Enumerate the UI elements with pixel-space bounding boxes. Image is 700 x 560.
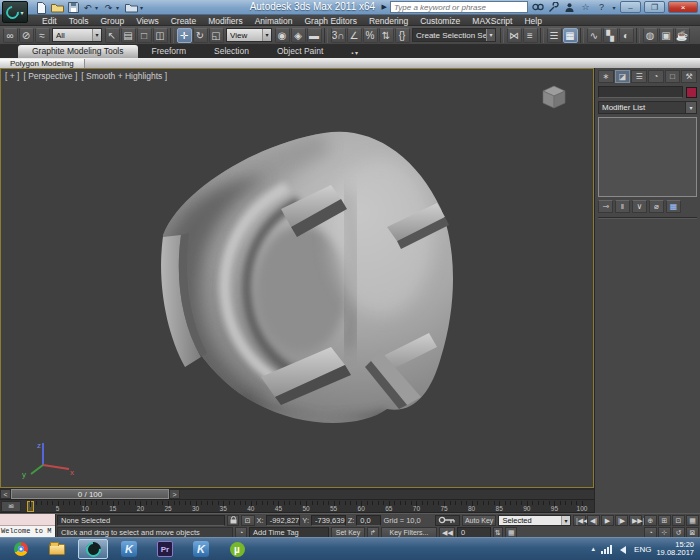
unlink-selection[interactable]: ⊘ [19,28,34,43]
edit-named-selection-sets[interactable]: {} [395,28,410,43]
play-button[interactable]: ▶ [601,515,614,526]
z-coordinate-field[interactable]: 0,0 [356,515,381,526]
language-indicator[interactable]: ENG [634,545,651,554]
graphite-modeling-tools-toggle[interactable]: ▦ [563,28,578,43]
chrome-taskbar-icon[interactable] [6,539,36,559]
configure-modifier-sets-button[interactable]: ▦ [666,200,681,213]
motion-tab[interactable]: ◔ [648,70,664,83]
select-object[interactable]: ↖ [105,28,120,43]
maxscript-mini-listener[interactable]: Welcome to M [0,514,56,538]
help-caret-icon[interactable]: ▾ [611,1,617,13]
remove-modifier-button[interactable]: ⌀ [649,200,664,213]
utilities-tab[interactable]: ⚒ [681,70,697,83]
curve-editor[interactable]: ∿ [587,28,602,43]
time-slider-handle[interactable]: 0 / 100 [11,489,169,499]
time-slider-next-arrow[interactable]: > [169,489,180,499]
menu-maxscript[interactable]: MAXScript [466,16,518,26]
open-file-icon[interactable] [50,1,64,14]
angle-snap-toggle[interactable]: ∠ [347,28,362,43]
menu-edit[interactable]: Edit [36,16,63,26]
use-pivot-point-center[interactable]: ◉ [275,28,290,43]
key-filters-button[interactable]: Key Filters... [381,527,437,538]
viewport-menu-shading[interactable]: [ Smooth + Highlights ] [81,71,167,81]
menu-group[interactable]: Group [95,16,131,26]
select-and-scale[interactable]: ◱ [209,28,224,43]
maximize-viewport-toggle[interactable]: ⊠ [686,527,699,538]
time-slider-track[interactable] [180,489,594,499]
macro-recorder-line[interactable] [0,514,55,526]
show-end-result-button[interactable]: ‖ [615,200,630,213]
favorites-star-icon[interactable]: ☆ [579,1,592,13]
modifier-list-dropdown[interactable]: Modifier List ▾ [598,101,697,114]
modifier-stack[interactable] [598,117,697,197]
application-menu-button[interactable]: ▾ [2,1,28,23]
menu-animation[interactable]: Animation [249,16,299,26]
ribbon-tab-selection[interactable]: Selection [200,45,263,58]
tray-expand-icon[interactable]: ▴ [592,545,596,553]
select-and-move[interactable]: ✛ [177,28,192,43]
explorer-taskbar-icon[interactable] [42,539,72,559]
previous-frame-button[interactable]: ◀| [587,515,600,526]
minimize-ribbon-button[interactable]: ▪ ▾ [351,49,358,58]
save-file-icon[interactable] [66,1,80,14]
menu-views[interactable]: Views [130,16,165,26]
key-selection-icon[interactable]: ↱ [367,527,379,538]
max-taskbar-icon[interactable] [78,539,108,559]
field-of-view-button[interactable]: ◔ [644,527,657,538]
ribbon-tab-object-paint[interactable]: Object Paint [263,45,337,58]
menu-help[interactable]: Help [518,16,547,26]
subscription-icon[interactable] [563,1,576,13]
new-scene-icon[interactable] [34,1,48,14]
taskbar-clock[interactable]: 15:20 19.08.2017 [656,541,694,557]
project-folder-caret-icon[interactable]: ▾ [140,4,146,11]
selection-lock-toggle[interactable] [227,515,239,526]
y-coordinate-field[interactable]: -739,639 [311,515,346,526]
app-blue-2-taskbar-icon[interactable]: K [186,539,216,559]
next-frame-button[interactable]: |▶ [615,515,628,526]
premiere-taskbar-icon[interactable]: Pr [150,539,180,559]
undo-history-caret-icon[interactable]: ▾ [95,4,101,11]
menu-create[interactable]: Create [165,16,203,26]
modify-tab[interactable]: ◪ [615,70,631,83]
menu-tools[interactable]: Tools [63,16,95,26]
object-name-field[interactable] [598,86,683,98]
ribbon-tab-freeform[interactable]: Freeform [138,45,200,58]
volume-icon[interactable] [617,544,629,554]
menu-rendering[interactable]: Rendering [363,16,414,26]
select-and-manipulate[interactable]: ◈ [291,28,306,43]
search-panel-toggle[interactable]: ▶ [382,3,387,11]
menu-modifiers[interactable]: Modifiers [202,16,248,26]
set-key-button[interactable]: Set Key [331,527,365,538]
viewcube[interactable] [537,83,571,111]
pin-stack-button[interactable]: ⊸ [598,200,613,213]
select-and-rotate[interactable]: ↻ [193,28,208,43]
viewport-menu-pov[interactable]: [ Perspective ] [23,71,77,81]
time-slider-previous-arrow[interactable]: < [0,489,11,499]
render-production[interactable]: ☕ [675,28,690,43]
close-button[interactable]: × [668,1,698,13]
hierarchy-tab[interactable]: ☰ [631,70,647,83]
track-bar[interactable]: ≌ 51015202530354045505560657075808590951… [0,499,594,513]
schematic-view[interactable]: ▚ [603,28,618,43]
select-by-name[interactable]: ▤ [121,28,136,43]
bind-to-space-warp[interactable]: ≈ [35,28,50,43]
add-time-tag-field[interactable]: Add Time Tag [249,527,329,538]
scene-mesh-object[interactable] [119,109,471,461]
open-mini-curve-editor-button[interactable]: ≌ [1,501,21,512]
rectangular-selection-region[interactable]: □ [137,28,152,43]
key-mode-toggle[interactable]: ◀◀ [439,527,455,538]
search-input[interactable] [390,1,528,13]
create-tab[interactable]: ∗ [598,70,614,83]
named-selection-sets-dropdown[interactable]: Create Selection Se▾ [412,28,496,42]
reference-coordinate-system-dropdown[interactable]: View▾ [226,28,272,42]
selection-filter-dropdown[interactable]: All▾ [52,28,102,42]
select-and-link[interactable]: ∞ [3,28,18,43]
minimize-button[interactable]: – [620,1,641,13]
go-to-start-button[interactable]: |◀◀ [573,515,586,526]
snaps-toggle-3d[interactable]: 3∩ [331,28,346,43]
zoom-extents-button[interactable]: ⊡ [672,515,685,526]
make-unique-button[interactable]: ∨ [632,200,647,213]
frame-spinner[interactable]: ⇅ [493,527,503,538]
network-icon[interactable] [600,544,612,554]
auto-key-button[interactable]: Auto Key [462,515,497,526]
